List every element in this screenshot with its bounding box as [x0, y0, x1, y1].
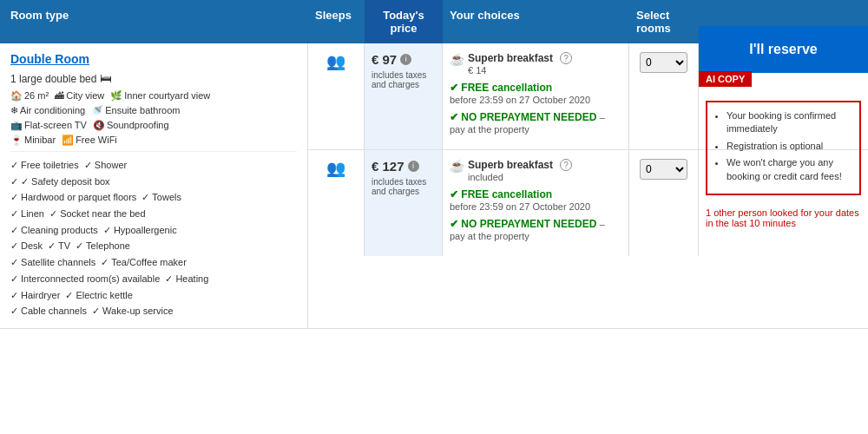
no-prepay-1: ✔ NO PREPAYMENT NEEDED – pay at the prop… — [450, 111, 621, 135]
breakfast-icon-1: ☕ — [450, 52, 464, 66]
header-select: Select rooms — [629, 0, 699, 43]
courtyard-icon: 🌿 — [110, 90, 122, 102]
tv-icon: 📺 — [10, 120, 23, 131]
bed-icon: 🛏 — [100, 71, 112, 85]
breakfast-row-2: ☕ Superb breakfast included ? — [450, 159, 621, 183]
breakfast-included-2: included — [468, 172, 503, 182]
ac-icon: ❄ — [10, 105, 18, 116]
select-cell-1: 01234 — [629, 43, 699, 149]
size-label: 26 m² — [24, 90, 49, 102]
amenity-toiletries: Free toiletries ✓ Shower — [10, 157, 297, 174]
bathroom-label: Ensuite bathroom — [105, 105, 180, 116]
rooms-select-1[interactable]: 01234 — [640, 52, 687, 73]
info-point: Registration is optional — [727, 140, 852, 153]
header-price: Today's price — [365, 0, 443, 43]
bed-description: 1 large double bed 🛏 — [10, 71, 297, 85]
price-cell-1: € 97 i includes taxes and charges — [365, 43, 443, 149]
room-info-panel: Double Room 1 large double bed 🛏 🏠 26 m²… — [0, 43, 308, 328]
rooms-select-2[interactable]: 01234 — [640, 159, 687, 180]
select-cell-2: 01234 — [629, 150, 699, 256]
free-cancel-2: ✔ FREE cancellation before 23:59 on 27 O… — [450, 188, 621, 213]
price-note-2: includes taxes and charges — [372, 177, 435, 196]
room-name-link[interactable]: Double Room — [10, 52, 297, 66]
amenity-linen: Linen ✓ Socket near the bed — [10, 206, 297, 222]
free-cancel-1: ✔ FREE cancellation before 23:59 on 27 O… — [450, 82, 621, 106]
wifi-icon: 📶 — [62, 135, 74, 146]
sleeps-cell-1: 👥 — [308, 43, 365, 149]
check-icon-prepay-1: ✔ — [450, 111, 458, 123]
amenity-cleaning: Cleaning products ✓ Hypoallergenic — [10, 222, 297, 239]
cancel-date-2: before 23:59 on 27 October 2020 — [450, 201, 590, 212]
breakfast-row-1: ☕ Superb breakfast € 14 ? — [450, 52, 621, 76]
amenity-cable: Cable channels ✓ Wake-up service — [10, 303, 297, 319]
size-icon: 🏠 — [10, 90, 23, 102]
ai-copy-badge: AI COPY — [699, 71, 752, 87]
cancel-date-1: before 23:59 on 27 October 2020 — [450, 95, 590, 105]
city-view-label: City view — [66, 90, 104, 102]
header-sleeps: Sleeps — [308, 0, 365, 43]
separator — [10, 151, 297, 152]
minibar-icon: 🍷 — [10, 135, 23, 146]
amenities-row-4: 🍷 Minibar 📶 Free WiFi — [10, 135, 297, 146]
amenities-checklist: Free toiletries ✓ Shower ✓ Safety deposi… — [10, 157, 297, 319]
breakfast-label-2: Superb breakfast — [468, 159, 553, 171]
tv-label: Flat-screen TV — [24, 120, 87, 131]
breakfast-help-icon-1[interactable]: ? — [560, 52, 572, 64]
check-icon-cancel-1: ✔ — [450, 82, 458, 94]
free-cancel-label-2: FREE cancellation — [461, 188, 552, 201]
sleeps-icon-2: 👥 — [326, 160, 345, 177]
free-cancel-label-1: FREE cancellation — [461, 82, 552, 94]
price-amount-1: € 97 — [372, 52, 397, 67]
amenities-row-3: 📺 Flat-screen TV 🔇 Soundproofing — [10, 120, 297, 131]
header-room-type: Room type — [0, 0, 308, 43]
check-icon-prepay-2: ✔ — [450, 218, 458, 230]
reserve-button[interactable]: I'll reserve — [699, 26, 868, 73]
price-cell-2: € 127 i includes taxes and charges — [365, 150, 443, 256]
urgency-text: 1 other person looked for your dates in … — [699, 202, 868, 235]
price-info-icon-2[interactable]: i — [408, 161, 419, 172]
no-prepay-label-2: NO PREPAYMENT NEEDED — [461, 218, 596, 230]
room-attributes: 🏠 26 m² 🏙 City view 🌿 Inner courtyard vi… — [10, 90, 297, 102]
amenity-satellite: Satellite channels ✓ Tea/Coffee maker — [10, 254, 297, 271]
price-note-1: includes taxes and charges — [372, 70, 435, 89]
price-info-icon-1[interactable]: i — [400, 54, 411, 65]
wifi-label: Free WiFi — [76, 135, 117, 146]
info-box: Your booking is confirmed immediatelyReg… — [706, 101, 861, 195]
amenity-safety: ✓ Safety deposit box — [10, 174, 297, 190]
check-icon-cancel-2: ✔ — [450, 188, 458, 201]
amenity-interconnected: Interconnected room(s) available ✓ Heati… — [10, 271, 297, 287]
sound-icon: 🔇 — [93, 120, 105, 131]
action-panel: I'll reserveAI COPYYour booking is confi… — [699, 26, 868, 235]
amenity-desk: Desk ✓ TV ✓ Telephone — [10, 238, 297, 254]
sleeps-icon-1: 👥 — [326, 53, 345, 70]
no-prepay-label-1: NO PREPAYMENT NEEDED — [461, 111, 596, 123]
header-choices: Your choices — [443, 0, 629, 43]
sleeps-cell-2: 👥 — [308, 150, 365, 256]
amenities-row-2: ❄ Air conditioning 🚿 Ensuite bathroom — [10, 105, 297, 116]
choices-cell-2: ☕ Superb breakfast included ? ✔ FREE can… — [443, 150, 629, 256]
breakfast-label-1: Superb breakfast — [468, 52, 553, 64]
info-point: We won't charge you any booking or credi… — [727, 156, 852, 183]
no-prepay-2: ✔ NO PREPAYMENT NEEDED – pay at the prop… — [450, 218, 621, 242]
choices-cell-1: ☕ Superb breakfast € 14 ? ✔ FREE cancell… — [443, 43, 629, 149]
breakfast-price-1: € 14 — [468, 65, 486, 76]
price-amount-2: € 127 — [372, 159, 404, 174]
sound-label: Soundproofing — [107, 120, 169, 131]
bathroom-icon: 🚿 — [91, 105, 103, 116]
breakfast-help-icon-2[interactable]: ? — [560, 159, 572, 171]
amenity-hairdryer: Hairdryer ✓ Electric kettle — [10, 287, 297, 304]
info-point: Your booking is confirmed immediately — [727, 109, 852, 136]
courtyard-label: Inner courtyard view — [124, 90, 210, 102]
breakfast-icon-2: ☕ — [450, 159, 464, 173]
minibar-label: Minibar — [24, 135, 56, 146]
amenity-floors: Hardwood or parquet floors ✓ Towels — [10, 189, 297, 206]
ac-label: Air conditioning — [20, 105, 85, 116]
city-view-icon: 🏙 — [55, 90, 64, 102]
